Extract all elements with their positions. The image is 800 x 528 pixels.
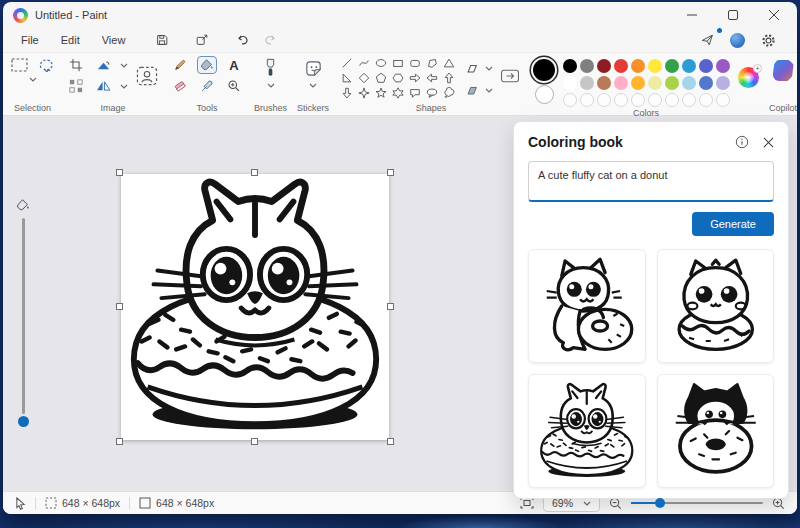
color-swatch[interactable]: [614, 76, 628, 90]
stickers-icon[interactable]: [303, 56, 323, 80]
minimize-button[interactable]: [675, 4, 709, 26]
shape-rectangle-icon[interactable]: [390, 56, 405, 70]
shape-triangle-icon[interactable]: [441, 56, 456, 70]
selection-handle[interactable]: [387, 438, 394, 445]
menu-edit[interactable]: Edit: [51, 31, 90, 49]
remove-background-icon[interactable]: [134, 63, 160, 89]
share-icon[interactable]: [694, 30, 720, 50]
color-swatch-empty[interactable]: [597, 93, 611, 107]
prompt-input[interactable]: A cute fluffy cat on a donut: [528, 161, 774, 202]
color-swatch[interactable]: [563, 59, 577, 73]
flip-icon[interactable]: [93, 77, 113, 95]
shape-line-icon[interactable]: [339, 56, 354, 70]
shape-arrow-down-icon[interactable]: [339, 86, 354, 100]
undo-icon[interactable]: [229, 30, 255, 50]
color-swatch[interactable]: [614, 59, 628, 73]
zoom-slider-handle[interactable]: [655, 498, 665, 508]
shape-thought-bubble-icon[interactable]: [441, 86, 456, 100]
color-swatch[interactable]: [699, 76, 713, 90]
thumbnail-cat-hugging-donut[interactable]: [528, 249, 646, 363]
slider-handle[interactable]: [18, 416, 29, 427]
settings-gear-icon[interactable]: [755, 30, 781, 50]
zoom-slider[interactable]: [631, 502, 763, 504]
shape-callout-oval-icon[interactable]: [424, 86, 439, 100]
shape-polygon-icon[interactable]: [424, 56, 439, 70]
rotate-dropdown-chevron[interactable]: [120, 63, 128, 68]
selection-dropdown-chevron[interactable]: [29, 77, 37, 82]
shape-oval-icon[interactable]: [373, 56, 388, 70]
shape-pentagon-icon[interactable]: [373, 71, 388, 85]
color-swatch[interactable]: [665, 59, 679, 73]
selection-handle[interactable]: [116, 438, 123, 445]
brushes-dropdown-chevron[interactable]: [267, 83, 275, 88]
color-swatch-empty[interactable]: [580, 93, 594, 107]
color-swatch[interactable]: [699, 59, 713, 73]
color-swatch-empty[interactable]: [631, 93, 645, 107]
color-swatch[interactable]: [716, 59, 730, 73]
text-tool-icon[interactable]: A: [224, 56, 244, 74]
color-swatch[interactable]: [597, 76, 611, 90]
brushes-icon[interactable]: [261, 56, 281, 80]
shape-hexagon-icon[interactable]: [390, 71, 405, 85]
shape-arrow-up-icon[interactable]: [441, 71, 456, 85]
color-swatch-empty[interactable]: [614, 93, 628, 107]
flip-dropdown-chevron[interactable]: [120, 84, 128, 89]
shape-right-triangle-icon[interactable]: [339, 71, 354, 85]
panel-close-icon[interactable]: [763, 137, 774, 148]
color-swatch[interactable]: [580, 76, 594, 90]
color-swatch-empty[interactable]: [716, 93, 730, 107]
color-swatch[interactable]: [682, 59, 696, 73]
color-swatch[interactable]: [580, 59, 594, 73]
selection-handle[interactable]: [116, 169, 123, 176]
color-swatch[interactable]: [631, 59, 645, 73]
shape-rounded-rectangle-icon[interactable]: [407, 56, 422, 70]
free-form-select-icon[interactable]: [36, 56, 56, 74]
fill-tool-icon[interactable]: [197, 56, 217, 74]
color-swatch-empty[interactable]: [563, 93, 577, 107]
shape-arrow-right-icon[interactable]: [407, 71, 422, 85]
color-swatch-empty[interactable]: [648, 93, 662, 107]
color2-swatch[interactable]: [535, 85, 554, 104]
thumbnail-black-cat-behind-donut[interactable]: [657, 374, 775, 488]
save-icon[interactable]: [149, 30, 175, 50]
generate-button[interactable]: Generate: [692, 212, 774, 236]
selection-handle[interactable]: [387, 169, 394, 176]
crop-icon[interactable]: [66, 56, 86, 74]
shape-star-4-icon[interactable]: [356, 86, 371, 100]
slider-track[interactable]: [22, 218, 25, 414]
rectangle-select-icon[interactable]: [9, 56, 29, 74]
color-swatch-empty[interactable]: [665, 93, 679, 107]
shape-curve-icon[interactable]: [356, 56, 371, 70]
color-swatch[interactable]: [597, 59, 611, 73]
stickers-dropdown-chevron[interactable]: [309, 83, 317, 88]
canvas[interactable]: [121, 174, 389, 440]
redo-icon[interactable]: [257, 30, 283, 50]
menu-view[interactable]: View: [92, 31, 136, 49]
shape-star-5-icon[interactable]: [373, 86, 388, 100]
color-swatch[interactable]: [648, 59, 662, 73]
shape-arrow-left-icon[interactable]: [424, 71, 439, 85]
selection-handle[interactable]: [251, 169, 258, 176]
rotate-icon[interactable]: [93, 56, 113, 74]
account-avatar[interactable]: [730, 33, 745, 48]
shape-callout-rounded-icon[interactable]: [407, 86, 422, 100]
stencil-icon[interactable]: [497, 64, 523, 88]
shape-fill-chevron[interactable]: [485, 88, 493, 93]
shape-star-6-icon[interactable]: [390, 86, 405, 100]
info-icon[interactable]: [735, 135, 749, 149]
copilot-icon[interactable]: [773, 60, 794, 81]
resize-icon[interactable]: [66, 77, 86, 95]
save-as-icon[interactable]: [189, 30, 215, 50]
maximize-button[interactable]: [716, 4, 750, 26]
shape-diamond-icon[interactable]: [356, 71, 371, 85]
color-swatch-empty[interactable]: [682, 93, 696, 107]
color-swatch[interactable]: [665, 76, 679, 90]
thumbnail-cat-inside-donut[interactable]: [528, 374, 646, 488]
color-swatch[interactable]: [716, 76, 730, 90]
close-button[interactable]: [757, 4, 791, 26]
shape-outline-icon[interactable]: [462, 59, 482, 77]
selection-handle[interactable]: [251, 438, 258, 445]
color-swatch[interactable]: [563, 76, 577, 90]
color1-selected-swatch[interactable]: [533, 59, 555, 81]
color-swatch[interactable]: [631, 76, 645, 90]
